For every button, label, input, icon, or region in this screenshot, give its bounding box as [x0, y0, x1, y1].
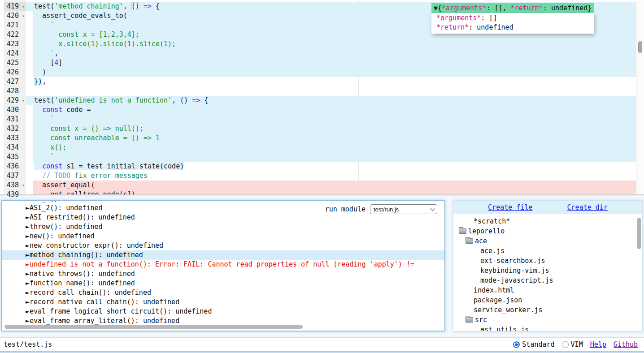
code-line[interactable]	[26, 86, 636, 96]
code-line[interactable]: get_calltree_node(s1)	[26, 190, 636, 194]
code-line[interactable]: [4]	[26, 58, 636, 68]
tooltip-token: ▼{	[434, 4, 442, 12]
code-line[interactable]: )	[26, 68, 636, 77]
tree-item[interactable]: ace	[453, 236, 642, 246]
test-result-row[interactable]: ►new(): undefined	[2, 232, 444, 241]
gutter-line-number: 438▾	[4, 181, 26, 190]
tree-item-label: ext-searchbox.js	[480, 256, 545, 266]
create-dir-button[interactable]: Create dir	[567, 203, 608, 211]
run-module-control: run module test/run.js	[325, 204, 437, 214]
tooltip-token: : undefined}	[543, 4, 592, 12]
github-link[interactable]: Github	[614, 340, 638, 349]
editor-vertical-scrollbar[interactable]	[636, 0, 644, 194]
gutter-line-number: 421	[4, 21, 26, 30]
tree-item[interactable]: mode-javascript.js	[453, 276, 642, 285]
tooltip-token: *arguments*	[436, 14, 481, 22]
tree-item[interactable]: keybinding-vim.js	[453, 266, 642, 276]
code-line[interactable]: const code =	[26, 105, 636, 115]
code-token	[26, 40, 58, 48]
test-result-row[interactable]: ►function name(): undefined	[2, 279, 444, 288]
code-token: x();	[50, 143, 66, 151]
radio-button-icon[interactable]	[513, 341, 520, 348]
code-token	[26, 153, 50, 161]
code-token: const	[42, 162, 62, 170]
help-link[interactable]: Help	[590, 340, 606, 349]
code-line[interactable]: // TODO fix error messages	[26, 171, 636, 181]
tree-item[interactable]: ext-searchbox.js	[453, 256, 642, 266]
tooltip-entry: *arguments*: []	[436, 13, 591, 23]
code-line[interactable]: `,	[26, 49, 636, 58]
test-result-row[interactable]: ►native throws(): undefined	[2, 269, 444, 279]
gutter-line-number: 431	[4, 115, 26, 124]
folder-icon	[466, 238, 473, 244]
code-line[interactable]: const s1 = test_initial_state(code)	[26, 162, 636, 171]
leporello-app: test('method chaining', () => { assert_c…	[0, 0, 644, 353]
output-horizontal-scrollbar[interactable]	[4, 325, 303, 329]
tree-item[interactable]: *scratch*	[453, 216, 642, 226]
tree-item-label: mode-javascript.js	[480, 276, 553, 285]
code-token: , ()	[172, 96, 192, 104]
code-token	[26, 115, 50, 123]
test-result-row[interactable]: ►ASI_1(): undefined	[2, 200, 444, 203]
gutter-line-number: 423	[4, 39, 26, 49]
status-bar-right: StandardVIMHelpGithub	[513, 340, 638, 349]
tree-item[interactable]: service_worker.js	[453, 305, 642, 315]
test-result-row[interactable]: ►throw(): undefined	[2, 222, 444, 232]
code-line[interactable]: assert_equal(	[26, 181, 636, 190]
create-file-button[interactable]: Create file	[488, 203, 532, 211]
file-tree-scrollbar[interactable]	[637, 218, 641, 249]
test-results-list: ►ASI_1(): undefined►ASI_2(): undefined►A…	[2, 200, 444, 326]
test-result-row[interactable]: ►record call chain(): undefined	[2, 288, 444, 297]
code-token: // TODO	[42, 172, 70, 180]
fold-arrow-icon[interactable]: ▾	[22, 2, 25, 11]
test-result-row[interactable]: ►method chaining(): undefined	[2, 250, 444, 260]
tree-item[interactable]: leporello	[453, 226, 642, 236]
code-token: )	[26, 68, 46, 76]
radio-button-icon[interactable]	[562, 341, 569, 348]
keybinding-option-standard[interactable]: Standard	[513, 340, 554, 349]
code-line[interactable]: `	[26, 115, 636, 124]
code-line[interactable]: const x = () => null();	[26, 124, 636, 133]
editor-gutter: 419▾420▾421422423424425426427428429▾4304…	[4, 0, 26, 194]
test-result-row[interactable]: ►eval_frame logical short circuit(): und…	[2, 307, 444, 316]
fold-arrow-icon[interactable]: ▾	[22, 96, 25, 105]
code-token: code =	[62, 106, 91, 114]
scrollbar-thumb[interactable]	[638, 41, 642, 53]
tree-item-label: service_worker.js	[474, 305, 543, 315]
code-editor[interactable]: test('method chaining', () => { assert_c…	[0, 0, 644, 195]
code-token	[26, 30, 58, 39]
tree-item[interactable]: ace.js	[453, 246, 642, 256]
keybinding-option-vim[interactable]: VIM	[562, 340, 583, 349]
window-bottom-edge	[0, 351, 644, 353]
run-module-select[interactable]: test/run.js	[370, 204, 437, 214]
test-result-row[interactable]: ►undefined is not a function(): Error: F…	[2, 260, 444, 269]
tree-item-label: src	[475, 315, 487, 325]
test-result-row[interactable]: ►record native call chain(): undefined	[2, 297, 444, 307]
gutter-line-number: 437	[4, 171, 26, 181]
tree-item[interactable]: index.html	[453, 285, 642, 295]
code-line[interactable]: x();	[26, 143, 636, 152]
code-line[interactable]: const unreachable = () => 1	[26, 133, 636, 143]
code-token: `	[50, 115, 54, 123]
tree-item[interactable]: package.json	[453, 295, 642, 305]
gutter-line-number: 439	[4, 190, 26, 199]
tree-item[interactable]: ast_utils.js	[453, 325, 642, 331]
fold-arrow-icon[interactable]: ▾	[22, 181, 25, 189]
code-line[interactable]: test('undefined is not a function', () =…	[26, 96, 636, 105]
code-token: const x = () => null();	[50, 125, 144, 133]
test-result-row[interactable]: ►eval_frame array_literal(): undefined	[2, 316, 444, 326]
code-line[interactable]: `	[26, 152, 636, 162]
folder-icon	[466, 317, 473, 323]
test-result-row[interactable]: ►new constructor expr(): undefined	[2, 241, 444, 250]
code-token: ,	[42, 77, 46, 86]
code-token: ]	[58, 59, 62, 67]
code-line[interactable]: x.slice(1).slice(1).slice(1);	[26, 39, 636, 49]
test-result-row[interactable]: ►ASI_restrited(): undefined	[2, 213, 444, 222]
tree-item[interactable]: src	[453, 315, 642, 325]
code-token	[26, 172, 42, 180]
gutter-line-number: 429▾	[4, 96, 26, 105]
eval-tooltip-header[interactable]: ▼{*arguments*: [], *return*: undefined}	[431, 3, 594, 13]
fold-arrow-icon[interactable]: ▾	[22, 12, 25, 20]
code-line[interactable]: }),	[26, 77, 636, 86]
tooltip-token: *arguments*	[442, 4, 486, 12]
